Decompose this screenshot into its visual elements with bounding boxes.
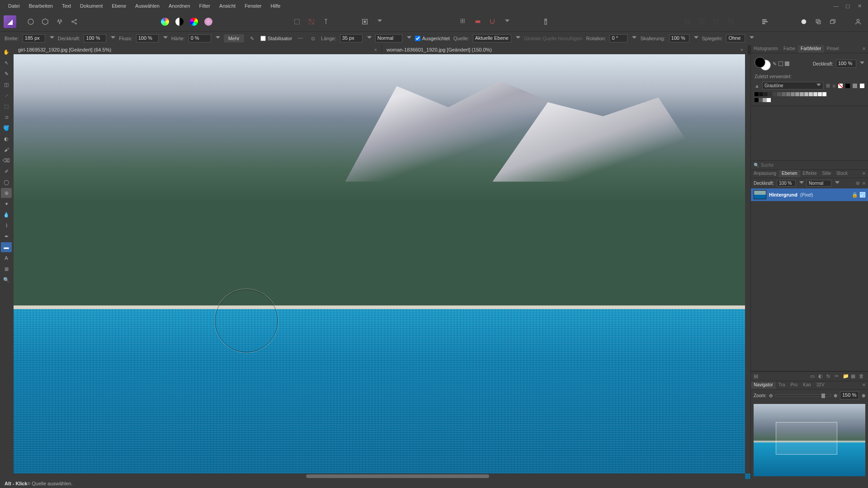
foreground-background-swatch[interactable] xyxy=(755,57,771,70)
tab-transform[interactable]: Tra xyxy=(776,381,788,389)
canvas[interactable] xyxy=(14,54,750,479)
arrange-icon[interactable] xyxy=(759,15,771,28)
user-icon[interactable] xyxy=(852,15,864,28)
layer-item[interactable]: Hintergrund (Pixel) 🔒 ✓ xyxy=(751,188,868,201)
length-input[interactable]: 35 px xyxy=(340,34,363,42)
black-sw-icon[interactable] xyxy=(845,84,850,88)
colorpicker-tool-icon[interactable]: ✎ xyxy=(1,69,12,79)
tab-farbe[interactable]: Farbe xyxy=(781,45,798,53)
quickmask-dd-icon[interactable] xyxy=(373,15,386,28)
scale-dd-icon[interactable] xyxy=(694,36,698,41)
color-wheel-icon[interactable] xyxy=(159,15,171,28)
zoom-plus-icon[interactable]: ⊕ xyxy=(862,393,865,398)
rope-mode-icon[interactable]: 〰 xyxy=(296,34,305,43)
close-icon[interactable]: ✕ xyxy=(856,3,863,9)
lasso-tool-icon[interactable]: ⊃ xyxy=(1,112,12,122)
tab-navigator[interactable]: Navigator xyxy=(751,381,776,389)
cube-icon[interactable] xyxy=(39,15,52,28)
wet-edges-icon[interactable]: ✎ xyxy=(248,34,257,43)
marquee-tool-icon[interactable]: ⬚ xyxy=(1,101,12,111)
eyedropper-icon[interactable]: ✎ xyxy=(773,61,777,67)
delete-icon[interactable]: 🗑 xyxy=(859,373,865,380)
panel-menu-icon[interactable]: ≡ xyxy=(860,45,868,53)
window-mode-icon[interactable]: ⊙ xyxy=(308,34,317,43)
duplicate-icon[interactable] xyxy=(812,15,825,28)
layer-opacity-dd-icon[interactable] xyxy=(799,181,804,186)
fx-icon[interactable]: fx xyxy=(826,373,833,380)
flow-dd-icon[interactable] xyxy=(163,36,168,41)
dodge-tool-icon[interactable]: ◯ xyxy=(1,177,12,187)
gradient-tool-icon[interactable]: ◐ xyxy=(1,134,12,144)
navigator-thumbnail[interactable] xyxy=(754,404,865,476)
smudge-tool-icon[interactable]: 💧 xyxy=(1,210,12,220)
align-last-icon[interactable]: ⬛ xyxy=(724,15,737,28)
white-sw-icon[interactable] xyxy=(860,84,864,88)
aligned-checkbox[interactable]: Ausgerichtet xyxy=(415,36,450,41)
selection-brush-tool-icon[interactable]: ⟋ xyxy=(1,90,12,100)
maximize-icon[interactable]: ▢ xyxy=(844,3,851,9)
tint-icon[interactable] xyxy=(202,15,215,28)
mesh-warp-tool-icon[interactable]: ⊞ xyxy=(1,264,12,274)
source-select[interactable]: Aktuelle Ebene xyxy=(473,34,511,42)
mirror-dd-icon[interactable] xyxy=(750,36,754,41)
zoom-tool-icon[interactable]: 🔍 xyxy=(1,275,12,285)
blendmode-select[interactable]: Normal xyxy=(375,34,402,42)
add-pixel-icon[interactable]: ▦ xyxy=(851,373,857,380)
menu-ansicht[interactable]: Ansicht xyxy=(215,1,240,10)
align-left-icon[interactable]: ⬛ xyxy=(681,15,693,28)
hardness-input[interactable]: 0 % xyxy=(189,34,211,42)
crop-tool-icon[interactable]: ◫ xyxy=(1,80,12,89)
document-tab-2[interactable]: woman-1836601_1920.jpg [Geändert] (150.0… xyxy=(382,45,748,54)
zoom-out-icon[interactable]: ⊖ xyxy=(769,393,773,398)
tab-stock[interactable]: Stock xyxy=(834,170,850,178)
source-dd-icon[interactable] xyxy=(516,36,520,41)
grid-icon[interactable] xyxy=(457,15,470,28)
deselect-icon[interactable] xyxy=(305,15,318,28)
length-dd-icon[interactable] xyxy=(367,36,372,41)
swatch-row[interactable] xyxy=(755,98,864,102)
tab-2-close-icon[interactable]: × xyxy=(741,47,743,52)
scale-input[interactable]: 100 % xyxy=(669,34,689,42)
align-right-icon[interactable]: ⬛ xyxy=(710,15,722,28)
swatch-list-icon[interactable]: ≡ xyxy=(833,83,835,89)
layers-stack-icon[interactable]: ▤ xyxy=(754,373,760,380)
gray-sw-icon[interactable] xyxy=(853,84,857,88)
global-source-button[interactable]: Globale Quelle hinzufügen xyxy=(524,36,583,41)
tab-32v[interactable]: 32V xyxy=(814,381,827,389)
opacity-input[interactable]: 100 % xyxy=(84,34,106,42)
layer-blend-dd-icon[interactable] xyxy=(835,181,840,186)
text-tool-icon[interactable]: A xyxy=(1,253,12,263)
group-icon[interactable]: 📁 xyxy=(843,373,849,380)
color-opacity-input[interactable]: 100 % xyxy=(836,60,856,68)
snap-icon[interactable] xyxy=(472,15,484,28)
marquee-icon[interactable] xyxy=(291,15,303,28)
add-layer-icon[interactable] xyxy=(797,15,810,28)
vertical-scrollbar[interactable] xyxy=(745,54,750,474)
layer-blend-select[interactable]: Normal xyxy=(807,180,831,187)
layer-lock-icon[interactable]: 🔒 xyxy=(852,192,858,198)
bw-icon[interactable] xyxy=(173,15,186,28)
magnet-icon[interactable] xyxy=(486,15,499,28)
tab-ebenen[interactable]: Ebenen xyxy=(779,170,800,178)
document-tab-1[interactable]: girl-1869532_1920.jpg [Geändert] (64.5%)… xyxy=(14,45,382,54)
menu-bearbeiten[interactable]: Bearbeiten xyxy=(24,1,57,10)
tab-anpassung[interactable]: Anpassung xyxy=(751,170,779,178)
rectangle-tool-icon[interactable]: ▬ xyxy=(1,242,12,252)
menu-hilfe[interactable]: Hilfe xyxy=(266,1,285,10)
info-icon[interactable] xyxy=(539,15,552,28)
flood-tool-icon[interactable]: 🪣 xyxy=(1,123,12,133)
menu-anordnen[interactable]: Anordnen xyxy=(164,1,195,10)
horizontal-scrollbar[interactable] xyxy=(14,474,745,479)
layer-visible-icon[interactable]: ✓ xyxy=(860,192,865,197)
align-center-icon[interactable]: ⬛ xyxy=(695,15,708,28)
text-select-icon[interactable] xyxy=(320,15,332,28)
pen-tool-icon[interactable]: ✒ xyxy=(1,231,12,241)
clone-tool-icon[interactable]: ⊕ xyxy=(1,188,12,198)
blend-dd-icon[interactable] xyxy=(407,36,411,41)
hardness-dd-icon[interactable] xyxy=(216,36,220,41)
gray-gradient-row[interactable] xyxy=(755,92,864,96)
tab-histogram[interactable]: Histogramm xyxy=(751,45,781,53)
color-opacity-dd-icon[interactable] xyxy=(860,61,864,66)
hand-tool-icon[interactable]: ✋ xyxy=(1,47,12,57)
layer-opacity-input[interactable]: 100 % xyxy=(777,180,796,187)
